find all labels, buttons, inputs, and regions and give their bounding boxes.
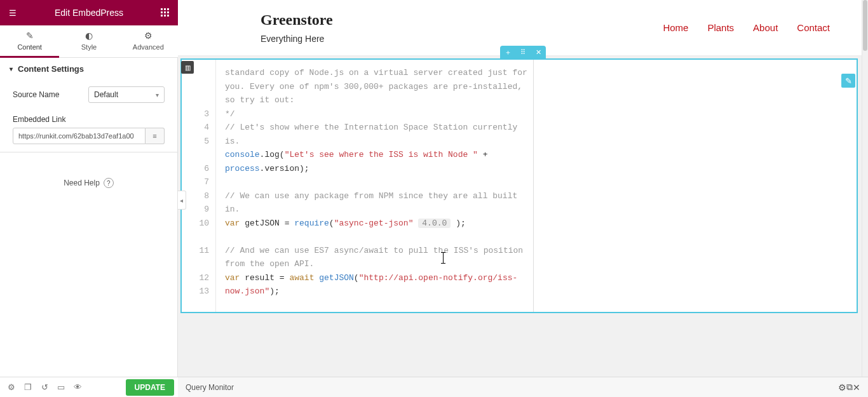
apps-button[interactable] — [153, 0, 178, 25]
embed-widget-frame[interactable]: ▥ ✎ 3 4 5 6 7 8 9 10 11 12 13 14 — [180, 58, 858, 313]
plus-icon: ＋ — [505, 48, 512, 57]
nav-contact[interactable]: Contact — [797, 22, 830, 33]
site-nav: Home Plants About Contact — [663, 22, 849, 33]
nav-plants[interactable]: Plants — [707, 22, 734, 33]
gear-icon: ⚙ — [119, 30, 178, 41]
svg-rect-6 — [161, 15, 163, 17]
editor-title: Edit EmbedPress — [25, 8, 153, 18]
widget-handle: ＋ ⠿ ✕ — [500, 46, 546, 58]
popout-icon: ⧉ — [846, 382, 853, 392]
section-title: Content Settings — [18, 64, 84, 74]
content-settings-header[interactable]: ▾ Content Settings — [0, 58, 177, 80]
settings-button[interactable]: ⚙ — [4, 380, 19, 395]
close-icon: ✕ — [536, 48, 541, 57]
source-name-select[interactable]: Default ▾ — [88, 86, 165, 103]
editor-tabs: ✎ Content ◐ Style ⚙ Advanced — [0, 25, 178, 58]
preview-canvas: Greenstore Everything Here Home Plants A… — [178, 0, 868, 377]
help-label: Need Help — [64, 178, 100, 187]
grid-icon — [161, 8, 170, 17]
qm-close-button[interactable]: ✕ — [853, 382, 860, 393]
qm-popout-button[interactable]: ⧉ — [846, 382, 853, 393]
site-title: Greenstore — [261, 11, 333, 29]
svg-rect-2 — [167, 8, 169, 10]
tab-content[interactable]: ✎ Content — [0, 25, 59, 57]
tab-label: Content — [17, 43, 42, 51]
widget-drag-handle[interactable]: ⠿ — [515, 46, 531, 58]
gear-icon: ⚙ — [8, 382, 15, 392]
code-content[interactable]: standard copy of Node.js on a virtual se… — [216, 60, 534, 312]
dynamic-icon: ≡ — [153, 132, 156, 140]
responsive-button[interactable]: ▭ — [53, 380, 69, 395]
svg-rect-1 — [164, 8, 166, 10]
drag-icon: ⠿ — [520, 48, 526, 57]
eye-icon: 👁 — [74, 382, 82, 392]
chevron-left-icon: ◂ — [180, 197, 183, 204]
gear-icon: ⚙ — [838, 382, 846, 393]
svg-rect-4 — [164, 11, 166, 13]
svg-rect-3 — [161, 11, 163, 13]
nav-about[interactable]: About — [753, 22, 778, 33]
help-icon: ? — [104, 178, 114, 188]
settings-panel: ▾ Content Settings Source Name Default ▾… — [0, 58, 178, 397]
svg-rect-7 — [164, 15, 166, 17]
code-editor[interactable]: 3 4 5 6 7 8 9 10 11 12 13 14 standard co… — [182, 60, 857, 312]
close-icon: ✕ — [853, 382, 860, 393]
line-gutter: 3 4 5 6 7 8 9 10 11 12 13 14 — [182, 60, 216, 312]
query-monitor-bar[interactable]: Query Monitor ⚙ ⧉ ✕ — [178, 377, 868, 397]
menu-button[interactable]: ☰ — [0, 0, 25, 25]
chevron-down-icon: ▾ — [10, 65, 13, 72]
site-tagline: Everything Here — [261, 34, 333, 44]
qm-settings-button[interactable]: ⚙ — [838, 382, 846, 393]
history-button[interactable]: ↺ — [37, 380, 52, 395]
circle-half-icon: ◐ — [59, 30, 118, 41]
widget-add-button[interactable]: ＋ — [500, 46, 515, 58]
chevron-down-icon: ▾ — [156, 91, 159, 98]
tab-style[interactable]: ◐ Style — [59, 25, 118, 57]
svg-rect-8 — [167, 15, 169, 17]
embedded-link-input[interactable]: https://runkit.com/62bab13d7eaf1a00 — [13, 128, 146, 144]
vertical-scrollbar[interactable] — [862, 0, 868, 377]
need-help-link[interactable]: Need Help ? — [0, 152, 177, 213]
embedded-link-action[interactable]: ≡ — [146, 128, 165, 144]
devices-icon: ▭ — [57, 382, 65, 392]
query-monitor-label: Query Monitor — [186, 383, 234, 392]
embedded-link-label: Embedded Link — [13, 115, 65, 124]
svg-rect-5 — [167, 11, 169, 13]
editor-topbar: ☰ Edit EmbedPress — [0, 0, 178, 25]
pencil-icon: ✎ — [0, 30, 59, 41]
tab-label: Style — [81, 43, 97, 51]
navigator-button[interactable]: ❐ — [20, 380, 36, 395]
layers-icon: ❐ — [24, 382, 32, 392]
nav-home[interactable]: Home — [663, 22, 688, 33]
tab-label: Advanced — [133, 43, 164, 51]
tab-advanced[interactable]: ⚙ Advanced — [119, 25, 178, 57]
editor-footer-toolbar: ⚙ ❐ ↺ ▭ 👁 UPDATE — [0, 377, 178, 397]
svg-rect-0 — [161, 8, 163, 10]
hamburger-icon: ☰ — [9, 8, 17, 18]
scrollbar-thumb[interactable] — [863, 0, 867, 51]
text-cursor — [443, 253, 444, 263]
history-icon: ↺ — [41, 382, 48, 392]
layout-icon: ▥ — [185, 64, 191, 71]
select-value: Default — [94, 90, 118, 99]
widget-close-button[interactable]: ✕ — [531, 46, 546, 58]
preview-button[interactable]: 👁 — [70, 380, 85, 395]
frame-edit-button[interactable]: ▥ — [181, 61, 194, 74]
update-button[interactable]: UPDATE — [126, 379, 174, 396]
source-name-label: Source Name — [13, 90, 59, 99]
panel-collapse-button[interactable]: ◂ — [178, 191, 186, 210]
